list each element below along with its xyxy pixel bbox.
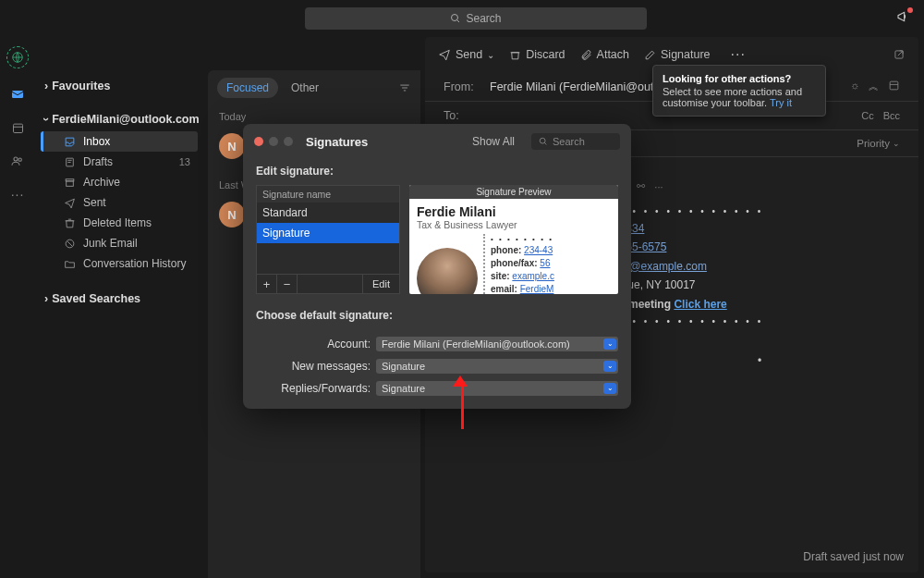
theme-icon[interactable]: ☼ [850, 80, 859, 93]
pv-site-k: site: [491, 271, 510, 281]
attach-label: Attach [597, 48, 629, 61]
saved-searches-header[interactable]: › Saved Searches [41, 287, 198, 311]
folder-deleted[interactable]: Deleted Items [41, 213, 198, 233]
folder-archive[interactable]: Archive [41, 172, 198, 192]
inbox-icon [63, 136, 76, 148]
preview-photo [417, 248, 478, 294]
announcements-icon[interactable] [896, 9, 911, 24]
pv-phone-v: 234-43 [524, 245, 553, 255]
tab-focused[interactable]: Focused [217, 78, 278, 98]
popout-icon[interactable] [893, 48, 906, 61]
collapse-icon[interactable]: ︽ [869, 80, 879, 93]
svg-point-6 [14, 157, 18, 161]
layout-icon[interactable] [888, 80, 900, 93]
replies-select-value: Signature [382, 383, 425, 394]
chevron-down-icon: › [40, 117, 53, 121]
minimize-window-button[interactable] [269, 137, 278, 146]
svg-rect-15 [66, 180, 73, 185]
priority-selector[interactable]: Priority ⌄ [857, 138, 900, 149]
svg-line-19 [67, 240, 71, 245]
svg-rect-3 [12, 91, 23, 98]
account-select-value: Ferdie Milani (FerdieMilani@outlook.com) [382, 338, 570, 350]
search-placeholder: Search [466, 12, 501, 25]
pv-phone-k: phone: [491, 245, 521, 255]
replies-select[interactable]: Signature⌄ [376, 381, 618, 396]
dialog-title: Signatures [306, 135, 368, 149]
dialog-search[interactable]: Search [531, 133, 620, 150]
signature-item-signature[interactable]: Signature [257, 223, 399, 243]
preview-contact-info: • • • • • • • • phone: 234-43 phone/fax:… [483, 234, 554, 294]
pv-fax-v: 56 [540, 258, 550, 268]
replies-select-label: Replies/Forwards: [256, 382, 371, 395]
overflow-icon[interactable]: ··· [654, 181, 663, 192]
trash-icon [63, 217, 76, 229]
add-signature-button[interactable]: + [257, 275, 277, 293]
folder-label: Inbox [83, 135, 110, 148]
preview-name: Ferdie Milani [417, 204, 611, 219]
pv-fax-k: phone/fax: [491, 258, 538, 268]
svg-rect-25 [890, 81, 898, 90]
favourites-header[interactable]: › Favourites [41, 74, 198, 98]
tip-title: Looking for other actions? [663, 73, 816, 84]
chevron-down-icon: ⌄ [893, 139, 900, 148]
svg-point-0 [452, 15, 458, 21]
tab-other[interactable]: Other [282, 78, 328, 98]
folder-junk[interactable]: Junk Email [41, 233, 198, 253]
attach-button[interactable]: Attach [580, 48, 629, 61]
trash-icon [509, 49, 521, 61]
calendar-icon[interactable] [10, 120, 25, 135]
zoom-window-button[interactable] [284, 137, 293, 146]
filter-icon[interactable] [398, 81, 411, 94]
pv-email-v: FerdieM [520, 284, 554, 294]
tip-try-link[interactable]: Try it [770, 97, 792, 108]
folder-label: Junk Email [83, 237, 138, 250]
signature-button[interactable]: Signature [644, 48, 711, 61]
search-icon [450, 13, 461, 24]
send-label: Send [456, 48, 482, 61]
pv-site-v: example.c [512, 271, 554, 281]
notification-dot [907, 7, 913, 13]
avatar: N [219, 202, 245, 228]
signature-list: Signature name Standard Signature + − Ed… [256, 185, 400, 294]
bcc-button[interactable]: Bcc [883, 110, 900, 121]
show-all-button[interactable]: Show All [472, 135, 515, 148]
folder-drafts[interactable]: Drafts 13 [41, 152, 198, 172]
folder-count: 13 [179, 156, 194, 167]
edit-signature-button[interactable]: Edit [362, 275, 399, 293]
more-apps-icon[interactable]: ··· [11, 187, 25, 202]
folder-inbox[interactable]: Inbox [41, 131, 198, 152]
signature-list-header: Signature name [257, 186, 399, 203]
signatures-dialog: Signatures Show All Search Edit signatur… [243, 124, 631, 409]
discard-button[interactable]: Discard [509, 48, 565, 61]
send-button[interactable]: Send ⌄ [438, 48, 494, 61]
cc-button[interactable]: Cc [861, 110, 873, 121]
favourites-label: Favourites [52, 80, 110, 92]
newmsg-select[interactable]: Signature⌄ [376, 359, 618, 374]
from-value: Ferdie Milani (FerdieMilani@outlo [490, 80, 663, 93]
mail-icon[interactable] [10, 87, 25, 102]
newmsg-select-value: Signature [382, 361, 425, 372]
chevron-down-icon: ⌄ [487, 50, 494, 60]
people-icon[interactable] [10, 154, 25, 168]
link-icon[interactable]: ⚯ [637, 180, 645, 192]
sig-meeting-link[interactable]: Click here [674, 298, 726, 311]
remove-signature-button[interactable]: − [277, 275, 298, 293]
chevron-right-icon: › [44, 292, 48, 305]
discard-label: Discard [526, 48, 565, 61]
to-label: To: [444, 109, 490, 122]
chevron-right-icon: › [44, 80, 48, 92]
pv-email-k: email: [491, 284, 517, 294]
global-search[interactable]: Search [305, 7, 647, 30]
folder-sent[interactable]: Sent [41, 192, 198, 213]
divider-dots: • • • • • • • • • • • • • • [610, 203, 900, 219]
send-icon [438, 48, 451, 61]
folder-label: Drafts [83, 155, 113, 168]
globe-icon[interactable] [6, 46, 29, 68]
folder-conversation-history[interactable]: Conversation History [41, 253, 198, 274]
edit-signature-label: Edit signature: [243, 159, 631, 185]
account-header[interactable]: › FerdieMilani@outlook.com [41, 107, 198, 131]
close-window-button[interactable] [254, 137, 263, 146]
account-select[interactable]: Ferdie Milani (FerdieMilani@outlook.com)… [376, 337, 618, 351]
signature-item-standard[interactable]: Standard [257, 203, 399, 223]
folder-label: Sent [83, 196, 106, 209]
